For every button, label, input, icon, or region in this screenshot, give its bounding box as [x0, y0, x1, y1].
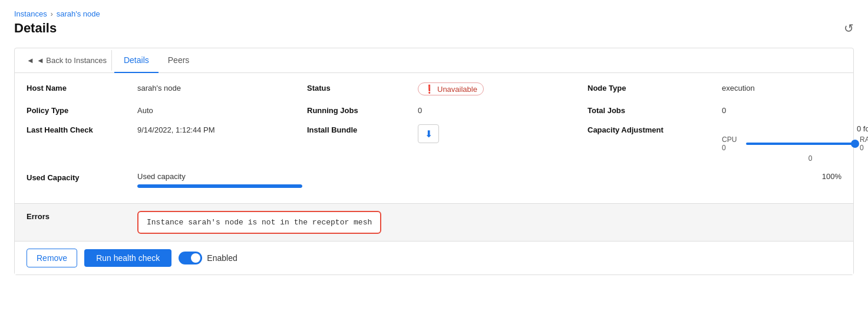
tab-details-label: Details	[124, 55, 149, 65]
detail-row-1: Host Name sarah's node Status ❗ Unavaila…	[27, 82, 841, 95]
errors-content: Instance sarah's node is not in the rece…	[137, 211, 841, 234]
breadcrumb-separator: ›	[51, 10, 53, 18]
capacity-slider-track[interactable]	[746, 143, 855, 145]
running-jobs-value: 0	[418, 105, 583, 115]
run-health-check-button[interactable]: Run health check	[84, 249, 171, 267]
node-type-value: execution	[722, 82, 841, 92]
used-capacity-label: Used Capacity	[27, 172, 133, 182]
tab-peers-label: Peers	[168, 55, 190, 65]
slider-row: CPU 0 RAM 0	[722, 135, 868, 152]
last-health-check-value: 9/14/2022, 1:12:44 PM	[137, 124, 302, 134]
detail-row-3: Last Health Check 9/14/2022, 1:12:44 PM …	[27, 124, 841, 163]
host-name-value: sarah's node	[137, 82, 302, 92]
breadcrumb-current: sarah's node	[57, 9, 100, 18]
toggle-label: Enabled	[207, 253, 237, 263]
host-name-label: Host Name	[27, 82, 133, 92]
status-value: ❗ Unavailable	[418, 82, 583, 95]
ram-label: RAM 0	[860, 135, 868, 152]
capacity-bar-wrapper: Used capacity 100%	[137, 172, 841, 188]
remove-button[interactable]: Remove	[27, 249, 77, 267]
total-jobs-value: 0	[722, 105, 841, 115]
page-title: Details	[14, 21, 57, 36]
download-icon: ⬇	[425, 128, 433, 140]
annotation-arrow	[853, 187, 868, 240]
main-card: ◄ ◄ Back to Instances Details Peers Host…	[14, 48, 854, 275]
used-capacity-row: Used Capacity Used capacity 100%	[27, 172, 841, 188]
policy-type-label: Policy Type	[27, 105, 133, 115]
page-header: Details ↺	[14, 21, 854, 36]
used-capacity-text: Used capacity	[137, 172, 186, 181]
page-wrapper: Instances › sarah's node Details ↺ ◄ ◄ B…	[0, 0, 868, 334]
tab-details[interactable]: Details	[114, 48, 159, 73]
install-bundle-button[interactable]: ⬇	[418, 124, 439, 143]
status-error-icon: ❗	[424, 84, 434, 94]
detail-row-2: Policy Type Auto Running Jobs 0 Total Jo…	[27, 105, 841, 115]
running-jobs-label: Running Jobs	[307, 105, 413, 115]
status-label: Status	[307, 82, 413, 92]
capacity-bar-header: Used capacity 100%	[137, 172, 841, 181]
install-bundle-label: Install Bundle	[307, 124, 413, 134]
tab-peers[interactable]: Peers	[159, 48, 199, 73]
last-health-check-label: Last Health Check	[27, 124, 133, 134]
footer-bar: Remove Run health check Enabled	[15, 241, 853, 275]
errors-box: Instance sarah's node is not in the rece…	[137, 211, 381, 234]
install-bundle-value: ⬇	[418, 124, 583, 143]
status-badge-text: Unavailable	[437, 85, 477, 94]
used-capacity-percent: 100%	[822, 172, 841, 181]
errors-label: Errors	[27, 211, 133, 221]
breadcrumb: Instances › sarah's node	[14, 9, 854, 18]
tabs-bar: ◄ ◄ Back to Instances Details Peers	[15, 48, 853, 73]
capacity-bar-track	[137, 184, 302, 188]
node-type-label: Node Type	[588, 82, 717, 92]
capacity-slider-thumb[interactable]	[851, 140, 859, 148]
policy-type-value: Auto	[137, 105, 302, 115]
error-message: Instance sarah's node is not in the rece…	[147, 218, 372, 227]
breadcrumb-instances-link[interactable]: Instances	[14, 9, 47, 18]
slider-value: 0	[741, 154, 868, 163]
capacity-adjustment-label: Capacity Adjustment	[588, 124, 717, 134]
enabled-toggle[interactable]	[179, 252, 202, 264]
back-to-instances-label: ◄ Back to Instances	[37, 56, 107, 65]
cpu-label: CPU 0	[722, 135, 741, 152]
capacity-forks-value: 0 forks	[722, 124, 868, 133]
history-icon[interactable]: ↺	[844, 21, 854, 35]
errors-section: Errors Instance sarah's node is not in t…	[15, 203, 853, 241]
back-arrow-icon: ◄	[27, 56, 34, 65]
details-grid: Host Name sarah's node Status ❗ Unavaila…	[15, 73, 853, 203]
back-to-instances-button[interactable]: ◄ ◄ Back to Instances	[22, 50, 112, 71]
capacity-adjustment-control: 0 forks CPU 0 RAM 0 0	[722, 124, 868, 163]
enabled-toggle-wrapper: Enabled	[179, 252, 237, 264]
total-jobs-label: Total Jobs	[588, 105, 717, 115]
capacity-bar-fill	[137, 184, 302, 188]
status-badge: ❗ Unavailable	[418, 82, 484, 95]
